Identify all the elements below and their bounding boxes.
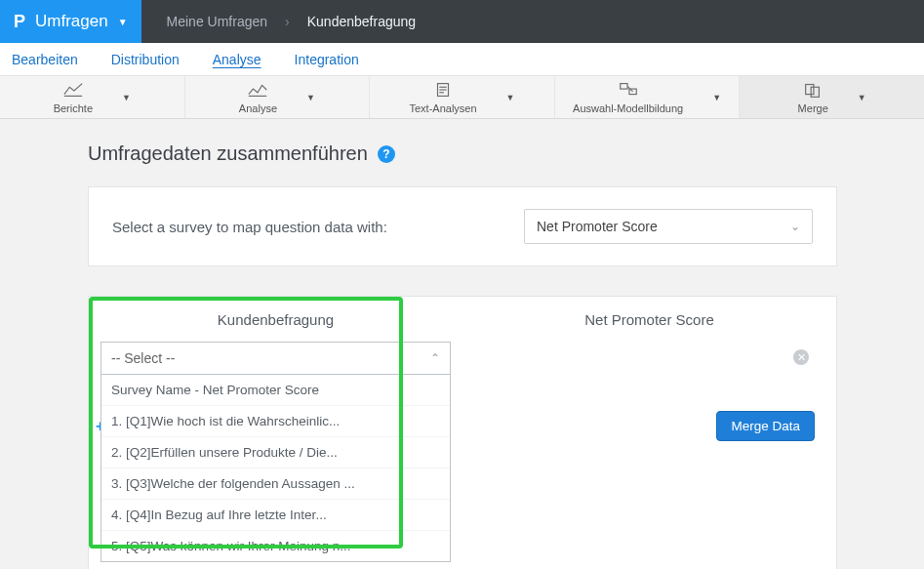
brand-menu[interactable]: P Umfragen ▼ xyxy=(0,0,141,43)
toolbar-reports-label: Berichte xyxy=(54,102,93,114)
svg-rect-6 xyxy=(620,83,626,89)
caret-down-icon: ▼ xyxy=(858,93,866,102)
toolbar-choice-modeling-label: Auswahl-Modellbildung xyxy=(573,102,683,114)
brand-label: Umfragen xyxy=(35,12,108,31)
question-select[interactable]: -- Select -- ⌃ xyxy=(100,342,451,375)
chevron-down-icon: ⌄ xyxy=(790,220,800,233)
dropdown-option[interactable]: 2. [Q2]Erfüllen unsere Produkte / Die... xyxy=(101,437,450,468)
dropdown-option[interactable]: 3. [Q3]Welche der folgenden Aussagen ... xyxy=(101,468,450,500)
caret-down-icon: ▼ xyxy=(122,93,131,102)
breadcrumb-current: Kundenbefragung xyxy=(307,14,416,29)
model-icon xyxy=(618,81,639,102)
toolbar-analysis[interactable]: Analyse ▼ xyxy=(185,76,371,118)
help-icon[interactable]: ? xyxy=(378,145,395,163)
toolbar-choice-modeling[interactable]: Auswahl-Modellbildung ▼ xyxy=(555,76,741,118)
caret-down-icon: ▼ xyxy=(306,93,315,102)
remove-row-icon[interactable]: ✕ xyxy=(793,349,809,365)
mapping-target-header: Net Promoter Score xyxy=(462,311,836,328)
mapping-panel: Kundenbefragung Net Promoter Score -- Se… xyxy=(88,296,837,569)
page-content: Umfragedaten zusammenführen ? Select a s… xyxy=(0,119,837,569)
merge-icon xyxy=(802,81,824,102)
toolbar-text-analysis[interactable]: Text-Analysen ▼ xyxy=(370,76,555,118)
analysis-toolbar: Berichte ▼ Analyse ▼ Text-Analysen ▼ Aus… xyxy=(0,76,924,119)
caret-down-icon: ▼ xyxy=(118,17,128,27)
question-select-dropdown: Survey Name - Net Promoter Score 1. [Q1]… xyxy=(100,375,451,562)
toolbar-reports[interactable]: Berichte ▼ xyxy=(0,76,185,118)
caret-down-icon: ▼ xyxy=(712,93,721,102)
survey-select[interactable]: Net Promoter Score ⌄ xyxy=(524,209,813,244)
mapping-target-cell: ✕ xyxy=(462,342,836,569)
toolbar-analysis-label: Analyse xyxy=(239,102,277,114)
dropdown-option[interactable]: 1. [Q1]Wie hoch ist die Wahrscheinlic... xyxy=(101,406,450,437)
dropdown-option[interactable]: 4. [Q4]In Bezug auf Ihre letzte Inter... xyxy=(101,500,450,531)
page-title: Umfragedaten zusammenführen xyxy=(88,142,368,165)
breadcrumb-root[interactable]: Meine Umfragen xyxy=(167,14,268,29)
top-navbar: P Umfragen ▼ Meine Umfragen › Kundenbefr… xyxy=(0,0,924,43)
breadcrumb: Meine Umfragen › Kundenbefragung xyxy=(141,0,417,43)
toolbar-text-analysis-label: Text-Analysen xyxy=(409,102,476,114)
mapping-row: -- Select -- ⌃ Survey Name - Net Promote… xyxy=(89,342,836,569)
svg-rect-9 xyxy=(806,84,814,94)
merge-actions: Merge Data xyxy=(716,411,824,451)
svg-rect-10 xyxy=(811,87,819,97)
caret-down-icon: ▼ xyxy=(506,93,515,102)
question-select-placeholder: -- Select -- xyxy=(111,350,175,366)
tab-distribution[interactable]: Distribution xyxy=(107,46,183,73)
document-icon xyxy=(432,81,454,102)
logo-icon: P xyxy=(14,12,25,32)
chevron-right-icon: › xyxy=(285,14,290,29)
tab-analysis[interactable]: Analyse xyxy=(209,46,265,73)
toolbar-merge[interactable]: Merge ▼ xyxy=(740,76,924,118)
mapping-headers: Kundenbefragung Net Promoter Score xyxy=(89,297,836,342)
survey-select-label: Select a survey to map question data wit… xyxy=(112,219,524,235)
survey-select-value: Net Promoter Score xyxy=(537,219,658,234)
main-tabs: Bearbeiten Distribution Analyse Integrat… xyxy=(0,43,924,76)
line-chart-icon xyxy=(62,81,84,102)
mapping-source-cell: -- Select -- ⌃ Survey Name - Net Promote… xyxy=(89,342,462,569)
tab-edit[interactable]: Bearbeiten xyxy=(8,46,82,73)
page-title-row: Umfragedaten zusammenführen ? xyxy=(88,142,837,165)
mapping-source-header: Kundenbefragung xyxy=(89,311,462,328)
merge-data-button[interactable]: Merge Data xyxy=(716,411,815,441)
survey-select-panel: Select a survey to map question data wit… xyxy=(88,186,837,266)
tab-integration[interactable]: Integration xyxy=(291,46,363,73)
dropdown-option[interactable]: 5. [Q5]Was können wir Ihrer Meinung n... xyxy=(101,531,450,561)
toolbar-merge-label: Merge xyxy=(798,102,828,114)
dropdown-option[interactable]: Survey Name - Net Promoter Score xyxy=(101,375,450,406)
chevron-up-icon: ⌃ xyxy=(430,351,440,365)
trend-chart-icon xyxy=(247,81,268,102)
